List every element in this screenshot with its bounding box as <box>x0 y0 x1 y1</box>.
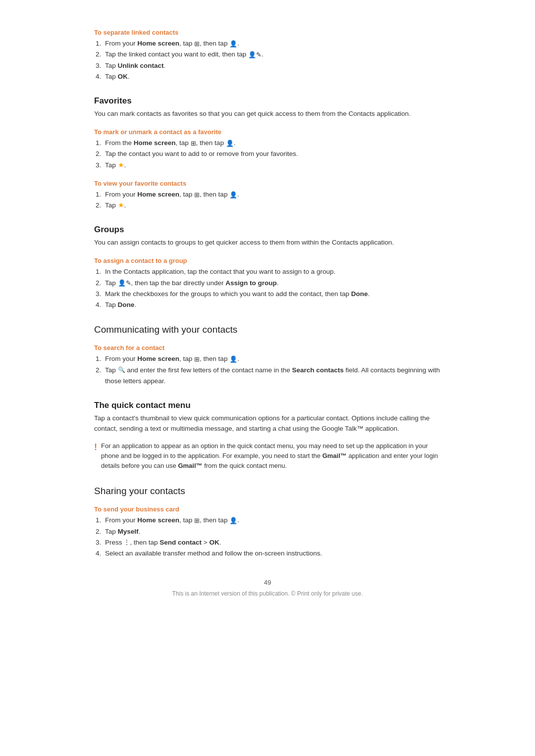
communicating-section: Communicating with your contacts To sear… <box>94 324 441 387</box>
list-item: From your Home screen, tap ⊞, then tap 👤… <box>103 515 441 526</box>
ok-label: OK <box>209 539 219 546</box>
list-item: Tap 👤✎, then tap the bar directly under … <box>103 278 441 289</box>
list-item: Tap the linked contact you want to edit,… <box>103 49 441 60</box>
assign-group-subheading: To assign a contact to a group <box>94 257 441 264</box>
list-item: From your Home screen, tap ⊞, then tap 👤… <box>103 353 441 364</box>
assign-group-label: Assign to group <box>225 279 277 287</box>
view-favorites-list: From your Home screen, tap ⊞, then tap 👤… <box>103 189 441 211</box>
home-screen-label: Home screen <box>137 40 179 47</box>
mark-favorite-subheading: To mark or unmark a contact as a favorit… <box>94 128 441 136</box>
list-item: In the Contacts application, tap the con… <box>103 266 441 277</box>
sharing-heading: Sharing your contacts <box>94 486 441 497</box>
menu-icon: ⋮ <box>124 538 130 548</box>
send-business-card-subheading: To send your business card <box>94 505 441 513</box>
list-item: Tap 🔍 and enter the first few letters of… <box>103 365 441 387</box>
grid-icon: ⊞ <box>194 354 200 364</box>
list-item: Tap ★. <box>103 200 441 211</box>
note-text: For an application to appear as an optio… <box>101 441 441 471</box>
home-screen-label: Home screen <box>137 516 179 524</box>
done-label: Done <box>118 301 135 308</box>
search-contact-list: From your Home screen, tap ⊞, then tap 👤… <box>103 353 441 387</box>
separate-linked-subheading: To separate linked contacts <box>94 29 441 36</box>
home-screen-label: Home screen <box>137 355 179 362</box>
myself-label: Myself <box>118 528 139 535</box>
favorites-description: You can mark contacts as favorites so th… <box>94 109 441 119</box>
search-icon: 🔍 <box>118 365 125 375</box>
communicating-heading: Communicating with your contacts <box>94 324 441 335</box>
send-business-card-list: From your Home screen, tap ⊞, then tap 👤… <box>103 515 441 559</box>
done-label: Done <box>351 290 368 298</box>
assign-group-list: In the Contacts application, tap the con… <box>103 266 441 310</box>
person-edit-icon: 👤✎ <box>118 278 131 288</box>
list-item: Tap the contact you want to add to or re… <box>103 149 441 159</box>
favorites-section: Favorites You can mark contacts as favor… <box>94 96 441 211</box>
search-contacts-label: Search contacts <box>292 366 343 374</box>
sharing-section: Sharing your contacts To send your busin… <box>94 486 441 559</box>
quick-contact-heading: The quick contact menu <box>94 401 441 410</box>
page-content: To separate linked contacts From your Ho… <box>94 0 441 627</box>
separate-linked-list: From your Home screen, tap ⊞, then tap 👤… <box>103 38 441 82</box>
list-item: Tap Unlink contact. <box>103 60 441 71</box>
list-item: Tap Done. <box>103 300 441 310</box>
view-favorites-subheading: To view your favorite contacts <box>94 180 441 187</box>
list-item: From your Home screen, tap ⊞, then tap 👤… <box>103 38 441 49</box>
home-screen-label: Home screen <box>134 139 176 147</box>
grid-icon: ⊞ <box>191 138 196 149</box>
unlink-label: Unlink contact <box>118 62 164 69</box>
groups-description: You can assign contacts to groups to get… <box>94 238 441 248</box>
gmail-label2: Gmail™ <box>178 462 202 469</box>
list-item: From your Home screen, tap ⊞, then tap 👤… <box>103 189 441 200</box>
search-contact-subheading: To search for a contact <box>94 344 441 352</box>
quick-contact-section: The quick contact menu Tap a contact's t… <box>94 401 441 471</box>
groups-section: Groups You can assign contacts to groups… <box>94 225 441 310</box>
note-block: ! For an application to appear as an opt… <box>94 441 441 471</box>
person-icon: 👤 <box>229 39 237 49</box>
grid-icon: ⊞ <box>194 39 200 49</box>
ok-label: OK <box>118 73 128 80</box>
list-item: Mark the checkboxes for the groups to wh… <box>103 289 441 300</box>
list-item: From the Home screen, tap ⊞, then tap 👤. <box>103 138 441 149</box>
person-edit-icon: 👤✎ <box>248 50 262 60</box>
person-icon: 👤 <box>229 515 237 526</box>
list-item: Tap ★. <box>103 160 441 171</box>
gmail-label: Gmail™ <box>322 452 347 459</box>
send-contact-label: Send contact <box>160 539 202 546</box>
favorites-heading: Favorites <box>94 96 441 106</box>
quick-contact-description: Tap a contact's thumbnail to view quick … <box>94 413 441 434</box>
list-item: Tap OK. <box>103 71 441 82</box>
grid-icon: ⊞ <box>194 515 200 526</box>
mark-favorite-list: From the Home screen, tap ⊞, then tap 👤.… <box>103 138 441 171</box>
groups-heading: Groups <box>94 225 441 235</box>
person-icon: 👤 <box>229 354 237 364</box>
list-item: Press ⋮, then tap Send contact > OK. <box>103 537 441 548</box>
page-number: 49 <box>94 579 441 586</box>
list-item: Select an available transfer method and … <box>103 548 441 559</box>
separate-linked-section: To separate linked contacts From your Ho… <box>94 29 441 82</box>
exclamation-icon: ! <box>94 441 97 454</box>
star-icon: ★ <box>118 161 124 169</box>
grid-icon: ⊞ <box>194 190 200 200</box>
footer-text: This is an Internet version of this publ… <box>94 590 441 597</box>
page-footer: 49 This is an Internet version of this p… <box>94 579 441 597</box>
person-icon: 👤 <box>226 138 234 149</box>
person-icon: 👤 <box>229 190 237 200</box>
list-item: Tap Myself. <box>103 526 441 537</box>
star-icon: ★ <box>118 202 124 209</box>
home-screen-label: Home screen <box>137 191 179 198</box>
